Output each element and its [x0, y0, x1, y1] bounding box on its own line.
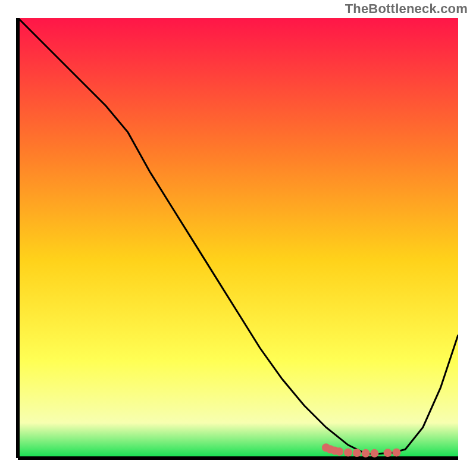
optimal-marker-dot: [344, 448, 352, 456]
optimal-marker-dot: [384, 449, 392, 457]
optimal-marker-dot: [335, 447, 343, 456]
chart-container: { "watermark": "TheBottleneck.com", "col…: [0, 0, 476, 476]
optimal-marker-dot: [353, 449, 361, 457]
optimal-marker-dot: [362, 449, 370, 458]
optimal-marker-dot: [392, 448, 400, 456]
chart-svg: [0, 0, 476, 476]
optimal-marker-dot: [370, 449, 378, 458]
